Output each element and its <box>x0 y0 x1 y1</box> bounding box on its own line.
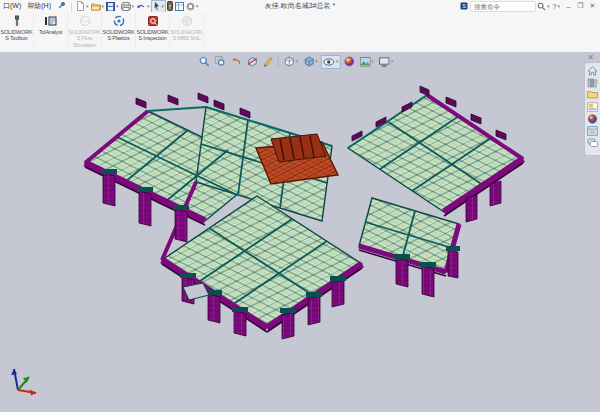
view-settings-icon[interactable]: ▾ <box>377 55 396 69</box>
divider <box>71 2 72 11</box>
addin-flow-simulation: SOLIDWORKS Flow Simulation <box>68 12 102 52</box>
addin-mbd-snl: SOLIDWORKS MBD SNL <box>170 12 204 52</box>
open-button[interactable]: ▾ <box>90 1 106 12</box>
appearances-scenes-icon[interactable] <box>587 113 599 124</box>
graphics-viewport[interactable]: ▾ ▾ ▾ ▾ ▾ ✕ <box>0 52 600 412</box>
print-button[interactable]: ▾ <box>120 1 136 12</box>
close-button[interactable]: ✕ <box>587 1 598 12</box>
svg-text:S: S <box>462 3 466 9</box>
design-library-icon[interactable] <box>587 77 599 88</box>
flow-simulation-icon <box>79 14 91 28</box>
section-view-icon[interactable] <box>245 54 260 69</box>
toolbox-icon <box>11 14 23 28</box>
search-magnifier-button[interactable]: ▾ <box>536 1 551 12</box>
pin-icon[interactable] <box>57 2 65 10</box>
rebuild-traffic-light-button[interactable] <box>166 1 174 12</box>
options-gear-button[interactable]: ▾ <box>185 1 200 12</box>
search-input[interactable] <box>472 2 534 10</box>
file-properties-button[interactable] <box>174 1 185 12</box>
previous-view-icon[interactable] <box>229 54 244 69</box>
new-file-button[interactable]: ▾ <box>75 1 90 12</box>
solidworks-forum-icon[interactable] <box>587 137 599 148</box>
zoom-to-fit-icon[interactable] <box>197 54 212 69</box>
addin-plastics[interactable]: SOLIDWORKS Plastics <box>102 12 136 52</box>
addin-inspection[interactable]: SOLIDWORKS Inspection <box>136 12 170 52</box>
save-button[interactable]: ▾ <box>105 1 120 12</box>
addins-toolbar: SOLIDWORKS Toolbox TolAnalyst SOLIDWORKS… <box>0 12 600 53</box>
tolanalyst-icon <box>44 14 57 28</box>
plastics-icon <box>113 14 125 28</box>
command-search <box>470 1 536 12</box>
solidworks-logo-icon: S <box>460 2 468 11</box>
solidworks-window: 口(W) 帮助(H) ▾ ▾ ▾ ▾ ▾ ▾ <box>0 0 600 412</box>
addin-tolanalyst[interactable]: TolAnalyst <box>34 12 68 52</box>
minimize-button[interactable]: – <box>563 1 574 12</box>
orientation-triad <box>4 364 48 398</box>
task-pane-tabs <box>584 62 600 156</box>
view-palette-icon[interactable] <box>587 101 599 112</box>
edit-appearance-icon[interactable] <box>341 54 356 69</box>
select-cursor-button[interactable]: ▾ <box>151 0 167 13</box>
mbd-snl-icon <box>181 14 193 28</box>
zoom-to-area-icon[interactable] <box>213 54 228 69</box>
solidworks-resources-icon[interactable] <box>587 65 599 76</box>
menu-help[interactable]: 帮助(H) <box>24 1 54 11</box>
display-style-icon[interactable]: ▾ <box>301 54 320 69</box>
dynamic-annotation-icon[interactable] <box>261 54 275 69</box>
inspection-icon <box>147 14 159 28</box>
view-orientation-icon[interactable]: ▾ <box>282 54 301 69</box>
custom-properties-icon[interactable] <box>587 125 599 136</box>
document-close-icon[interactable]: ✕ <box>587 53 594 62</box>
hide-show-items-icon[interactable]: ▾ <box>321 55 341 69</box>
file-explorer-icon[interactable] <box>587 89 599 100</box>
addin-solidworks-toolbox[interactable]: SOLIDWORKS Toolbox <box>0 12 34 52</box>
apply-scene-icon[interactable]: ▾ <box>357 55 376 69</box>
menu-window[interactable]: 口(W) <box>0 1 24 11</box>
undo-button[interactable]: ▾ <box>135 1 151 12</box>
help-button[interactable]: ?▾ <box>553 3 560 10</box>
heads-up-view-toolbar: ▾ ▾ ▾ ▾ ▾ <box>197 54 396 69</box>
restore-button[interactable]: ❐ <box>575 1 586 12</box>
formwork-3d-model[interactable] <box>0 52 600 412</box>
divider <box>278 57 279 67</box>
